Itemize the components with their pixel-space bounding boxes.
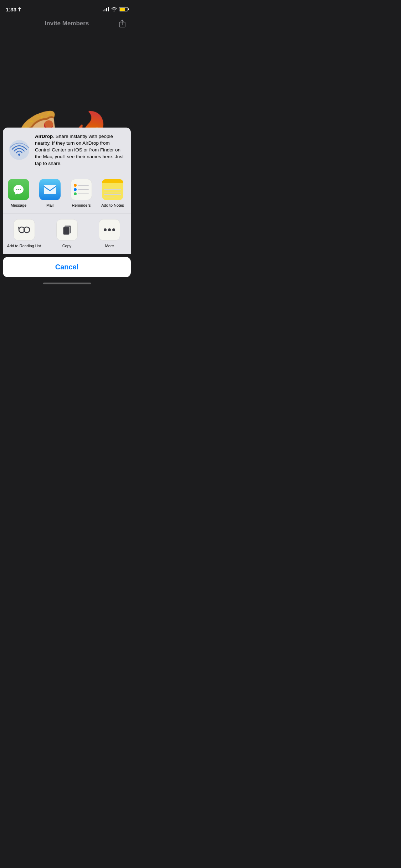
- wifi-icon: [111, 7, 117, 11]
- actions-row: Add to Reading List Copy: [3, 213, 131, 254]
- notes-line-3: [104, 194, 121, 195]
- reading-list-label: Add to Reading List: [7, 243, 41, 248]
- notes-app-label: Add to Notes: [101, 203, 124, 207]
- cancel-button[interactable]: Cancel: [3, 257, 131, 277]
- location-icon: [18, 7, 21, 11]
- share-sheet: AirDrop. Share instantly with people nea…: [0, 128, 134, 289]
- reminder-row-3: [74, 192, 89, 195]
- more-icon: [99, 219, 120, 241]
- apps-row: Message Mail: [3, 173, 131, 213]
- notes-header-bar: [102, 179, 123, 183]
- mail-app-label: Mail: [46, 203, 53, 207]
- mail-app-icon: [39, 179, 61, 200]
- share-icon: [119, 19, 126, 28]
- reminder-line-2: [78, 189, 89, 190]
- app-item-reminders[interactable]: Reminders: [66, 179, 97, 207]
- reminders-app-icon: [71, 179, 92, 200]
- svg-point-2: [18, 154, 20, 156]
- copy-label: Copy: [62, 243, 72, 248]
- share-sheet-container: AirDrop. Share instantly with people nea…: [3, 128, 131, 254]
- more-svg: [103, 228, 115, 232]
- lightning-icon: ⚡: [122, 8, 125, 11]
- copy-svg: [62, 224, 72, 236]
- reminder-row-1: [74, 184, 89, 187]
- svg-point-3: [16, 189, 17, 190]
- airdrop-svg: [9, 139, 30, 161]
- svg-point-5: [20, 189, 21, 190]
- cancel-label: Cancel: [55, 263, 79, 271]
- mail-icon-svg: [43, 185, 56, 195]
- svg-rect-10: [63, 227, 70, 235]
- home-bar: [43, 283, 91, 284]
- notes-content: [102, 179, 123, 200]
- action-reading-list[interactable]: Add to Reading List: [3, 219, 46, 248]
- status-bar: 1:33 ⚡: [0, 0, 134, 16]
- reminder-line-3: [78, 193, 89, 194]
- notes-line-2: [104, 192, 121, 192]
- share-button[interactable]: [117, 18, 128, 29]
- status-time: 1:33: [6, 6, 21, 12]
- svg-point-11: [104, 228, 107, 231]
- app-item-mail[interactable]: Mail: [34, 179, 66, 207]
- status-right: ⚡: [103, 7, 128, 11]
- action-copy[interactable]: Copy: [46, 219, 88, 248]
- reminder-dot-green: [74, 192, 77, 195]
- copy-icon: [56, 219, 78, 241]
- svg-point-4: [18, 189, 19, 190]
- svg-point-12: [108, 228, 111, 231]
- nav-title: Invite Members: [45, 20, 89, 27]
- signal-icon: [103, 7, 109, 11]
- svg-point-13: [112, 228, 115, 231]
- notes-app-icon: [102, 179, 123, 200]
- message-icon-svg: [12, 184, 25, 196]
- notes-line-4: [104, 197, 114, 197]
- reminders-content: [71, 181, 92, 198]
- reminder-row-2: [74, 188, 89, 191]
- airdrop-description: AirDrop. Share instantly with people nea…: [35, 133, 125, 167]
- reminder-line-1: [78, 185, 89, 186]
- airdrop-icon: [9, 139, 30, 161]
- airdrop-title: AirDrop: [35, 134, 53, 139]
- reading-list-icon: [14, 219, 35, 241]
- battery-icon: ⚡: [119, 7, 128, 11]
- action-more[interactable]: More: [88, 219, 131, 248]
- more-label: More: [105, 243, 114, 248]
- cancel-container: Cancel: [3, 257, 131, 277]
- message-app-label: Message: [11, 203, 27, 207]
- svg-rect-6: [44, 185, 56, 194]
- reminder-dot-blue: [74, 188, 77, 191]
- message-app-icon: [8, 179, 29, 200]
- time-label: 1:33: [6, 6, 16, 12]
- home-indicator: [0, 277, 134, 289]
- reading-list-svg: [18, 225, 30, 234]
- app-item-message[interactable]: Message: [3, 179, 34, 207]
- reminders-app-label: Reminders: [72, 203, 91, 207]
- airdrop-section[interactable]: AirDrop. Share instantly with people nea…: [3, 128, 131, 172]
- app-item-notes[interactable]: Add to Notes: [97, 179, 128, 207]
- reminder-dot-orange: [74, 184, 77, 187]
- nav-bar: Invite Members: [0, 16, 134, 31]
- notes-line-1: [104, 189, 121, 190]
